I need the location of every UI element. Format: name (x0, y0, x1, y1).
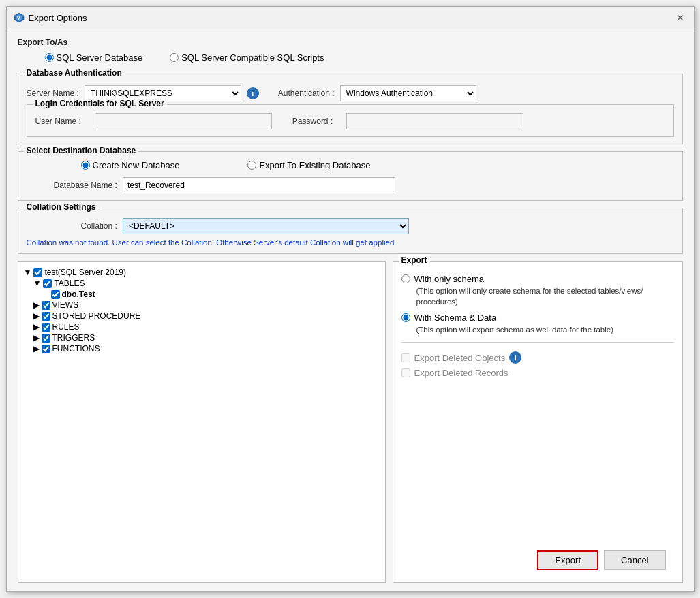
create-new-database-option[interactable]: Create New Database (81, 160, 180, 170)
with-schema-data-desc: (This option will export schema as well … (416, 324, 674, 335)
app-icon: V (14, 12, 25, 23)
export-deleted-records-checkbox[interactable] (401, 368, 410, 377)
sql-scripts-option[interactable]: SQL Server Compatible SQL Scripts (170, 52, 324, 63)
bottom-section: ▼ test(SQL Server 2019) ▼ TABLES ▶ dbo.T… (18, 261, 683, 583)
tree-item-root[interactable]: ▼ test(SQL Server 2019) (24, 267, 380, 278)
tree-checkbox-rules[interactable] (42, 323, 50, 332)
tree-checkbox-tables[interactable] (43, 279, 52, 288)
login-fields-row: User Name : Password : (35, 113, 665, 129)
tree-checkbox-dbo-test[interactable] (51, 290, 60, 299)
sql-server-database-label: SQL Server Database (57, 52, 143, 63)
tree-label-triggers: TRIGGERS (52, 333, 95, 343)
with-schema-data-radio[interactable] (401, 313, 410, 322)
tree-label-stored-procedure: STORED PROCEDURE (52, 311, 141, 321)
tree-item-views[interactable]: ▶ VIEWS (33, 300, 380, 311)
tree-item-stored-procedure[interactable]: ▶ STORED PROCEDURE (33, 311, 380, 321)
password-label: Password : (292, 116, 333, 126)
export-options: With only schema (This option will only … (401, 274, 674, 335)
cancel-button[interactable]: Cancel (604, 550, 665, 570)
tree-checkbox-root[interactable] (33, 268, 42, 277)
export-to-as-section: Export To/As SQL Server Database SQL Ser… (18, 37, 683, 65)
export-deleted-objects-label: Export Deleted Objects (414, 353, 506, 363)
database-name-label: Database Name : (54, 180, 117, 190)
with-only-schema-option: With only schema (This option will only … (401, 274, 674, 307)
login-credentials-label: Login Credentials for SQL Server (33, 99, 167, 108)
export-button[interactable]: Export (537, 550, 598, 570)
collation-label: Collation : (81, 221, 117, 231)
create-new-database-label: Create New Database (93, 160, 180, 170)
authentication-label: Authentication : (278, 89, 335, 98)
tree-checkbox-triggers[interactable] (42, 334, 50, 343)
tree-label-root: test(SQL Server 2019) (44, 268, 126, 277)
tree-checkbox-functions[interactable] (42, 345, 50, 353)
tree-label-views: VIEWS (52, 300, 79, 310)
export-existing-database-option[interactable]: Export To Existing Database (247, 160, 370, 170)
collation-settings-label: Collation Settings (24, 202, 99, 212)
svg-text:V: V (17, 16, 20, 20)
divider (401, 342, 674, 343)
title-bar: V Export Options ✕ (7, 7, 694, 29)
dialog-content: Export To/As SQL Server Database SQL Ser… (7, 29, 694, 591)
collation-select[interactable]: <DEFAULT> (123, 218, 409, 234)
tree-label-rules: RULES (52, 322, 80, 332)
export-to-as-label: Export To/As (18, 37, 683, 47)
export-to-as-options: SQL Server Database SQL Server Compatibl… (18, 50, 683, 65)
tree-item-triggers[interactable]: ▶ TRIGGERS (33, 332, 380, 343)
export-deleted-records-row: Export Deleted Records (401, 368, 674, 378)
select-destination-label: Select Destination Database (24, 146, 139, 155)
export-deleted-objects-checkbox[interactable] (401, 353, 410, 362)
tree-item-dbo-test[interactable]: ▶ dbo.Test (43, 289, 380, 300)
login-credentials-section: Login Credentials for SQL Server User Na… (27, 104, 674, 137)
with-schema-data-option: With Schema & Data (This option will exp… (401, 313, 674, 335)
with-schema-data-label: With Schema & Data (414, 313, 497, 323)
username-input[interactable] (95, 113, 272, 129)
server-info-icon[interactable]: i (247, 87, 259, 99)
sql-scripts-label: SQL Server Compatible SQL Scripts (181, 52, 324, 63)
database-name-input[interactable] (123, 177, 395, 193)
bottom-buttons: Export Cancel (401, 545, 674, 576)
username-label: User Name : (35, 116, 81, 126)
with-only-schema-desc: (This option will only create schema for… (416, 285, 674, 307)
sql-server-database-option[interactable]: SQL Server Database (45, 52, 143, 63)
server-name-label: Server Name : (27, 89, 79, 98)
export-options-dialog: V Export Options ✕ Export To/As SQL Serv… (6, 6, 695, 592)
password-input[interactable] (346, 113, 523, 129)
deleted-objects-info-icon[interactable]: i (509, 351, 521, 364)
database-authentication-label: Database Authentication (24, 68, 125, 78)
export-existing-label: Export To Existing Database (259, 160, 370, 170)
database-name-row: Database Name : (27, 177, 674, 193)
close-button[interactable]: ✕ (673, 11, 687, 25)
dialog-title: Export Options (29, 13, 87, 23)
tree-label-tables: TABLES (54, 279, 85, 288)
with-only-schema-label: With only schema (414, 274, 485, 284)
tree-item-functions[interactable]: ▶ FUNCTIONS (33, 343, 380, 354)
destination-options: Create New Database Export To Existing D… (27, 157, 674, 173)
tree-label-functions: FUNCTIONS (52, 344, 100, 353)
authentication-select[interactable]: Windows Authentication (340, 85, 476, 101)
tree-checkbox-views[interactable] (42, 301, 50, 310)
tree-item-tables[interactable]: ▼ TABLES (33, 278, 380, 289)
tree-item-rules[interactable]: ▶ RULES (33, 321, 380, 332)
export-panel: Export With only schema (This option wil… (393, 261, 683, 583)
export-deleted-objects-row: Export Deleted Objects i (401, 351, 674, 364)
collation-row: Collation : <DEFAULT> (27, 218, 674, 234)
tree-label-dbo-test: dbo.Test (62, 289, 95, 299)
tree-checkbox-stored-procedure[interactable] (42, 312, 50, 321)
collation-warning: Collation was not found. User can select… (27, 238, 674, 247)
collation-section: Collation Settings Collation : <DEFAULT>… (18, 208, 683, 254)
export-panel-label: Export (399, 255, 430, 265)
with-only-schema-radio[interactable] (401, 274, 410, 283)
tree-panel: ▼ test(SQL Server 2019) ▼ TABLES ▶ dbo.T… (18, 261, 386, 583)
export-deleted-records-label: Export Deleted Records (414, 368, 508, 378)
select-destination-section: Select Destination Database Create New D… (18, 151, 683, 201)
database-authentication-section: Database Authentication Server Name : TH… (18, 74, 683, 144)
